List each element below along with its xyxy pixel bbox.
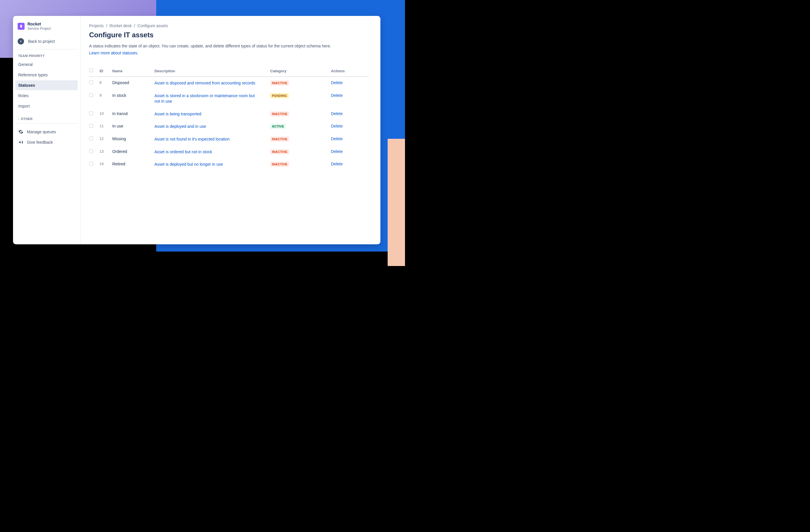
sidebar-item-general[interactable]: General: [15, 60, 78, 69]
status-table: ID Name Description Category Actions 8Di…: [89, 68, 369, 171]
cell-id: 9: [99, 93, 112, 97]
breadcrumb-link-rocket-desk[interactable]: Rocket desk: [109, 23, 132, 28]
row-checkbox[interactable]: [89, 93, 93, 97]
cell-description: Asset is being transported: [155, 111, 259, 117]
delete-link[interactable]: Delete: [331, 162, 342, 166]
breadcrumb-separator: /: [106, 23, 107, 28]
row-checkbox[interactable]: [89, 149, 93, 153]
chevron-right-icon: ›: [18, 117, 19, 120]
cell-name: Disposed: [112, 80, 155, 85]
table-row: 14RetiredAsset is deployed but no longer…: [89, 158, 369, 171]
column-header-actions: Actions: [331, 69, 348, 73]
project-title: Rocket: [28, 22, 51, 27]
cell-category: INACTIVE: [270, 80, 331, 86]
delete-link[interactable]: Delete: [331, 149, 342, 154]
cell-actions: Delete: [331, 162, 348, 166]
cell-actions: Delete: [331, 111, 348, 116]
rocket-icon: [18, 23, 25, 30]
cell-id: 8: [99, 80, 112, 85]
cell-description: Asset is deployed and in use: [155, 124, 259, 130]
cell-description: Asset is not found in it's expected loca…: [155, 136, 259, 142]
footer-item-label: Manage queues: [27, 130, 56, 134]
row-checkbox[interactable]: [89, 162, 93, 166]
status-badge: INACTIVE: [270, 162, 289, 167]
breadcrumb-link-projects[interactable]: Projects: [89, 23, 104, 28]
column-header-id: ID: [99, 69, 112, 73]
learn-more-link[interactable]: Learn more about statuses.: [89, 51, 138, 55]
status-badge: INACTIVE: [270, 136, 289, 142]
description-link[interactable]: Asset is not found in it's expected loca…: [155, 137, 230, 142]
sidebar-item-import[interactable]: Import: [15, 101, 78, 111]
row-checkbox[interactable]: [89, 111, 93, 115]
cell-category: INACTIVE: [270, 136, 331, 142]
cell-name: In use: [112, 124, 155, 128]
section-other-toggle[interactable]: › OTHER: [15, 114, 78, 122]
breadcrumb-separator: /: [134, 23, 135, 28]
description-link[interactable]: Asset is deployed and in use: [155, 124, 206, 129]
section-label-other: OTHER: [21, 117, 33, 120]
cell-actions: Delete: [331, 149, 348, 154]
divider: [15, 123, 78, 124]
breadcrumb: Projects / Rocket desk / Configure asset…: [89, 23, 369, 28]
cell-category: ACTIVE: [270, 124, 331, 129]
footer-item-label: Give feedback: [27, 140, 53, 145]
project-subtitle: Service Project: [28, 27, 51, 31]
cell-actions: Delete: [331, 80, 348, 85]
table-header: ID Name Description Category Actions: [89, 68, 369, 77]
cell-name: Missing: [112, 136, 155, 141]
cell-name: Ordered: [112, 149, 155, 154]
description-link[interactable]: Asset is stored in a stockroom or mainte…: [155, 94, 255, 104]
cell-category: INACTIVE: [270, 149, 331, 154]
gear-icon: [18, 129, 23, 134]
description-link[interactable]: Asset is deployed but no longer in use: [155, 162, 223, 167]
sidebar-item-statuses[interactable]: Statuses: [15, 80, 78, 90]
app-window: Rocket Service Project Back to project T…: [13, 16, 380, 244]
delete-link[interactable]: Delete: [331, 124, 342, 128]
table-row: 13OrderedAsset is ordered but not in sto…: [89, 146, 369, 159]
description-link[interactable]: Asset is being transported: [155, 112, 201, 116]
row-checkbox[interactable]: [89, 136, 93, 140]
row-checkbox[interactable]: [89, 124, 93, 128]
status-badge: INACTIVE: [270, 111, 289, 117]
status-badge: INACTIVE: [270, 149, 289, 154]
sidebar-item-reference-types[interactable]: Reference types: [15, 70, 78, 80]
back-label: Back to project: [28, 39, 55, 44]
cell-actions: Delete: [331, 136, 348, 141]
breadcrumb-link-configure-assets[interactable]: Configure assets: [137, 23, 168, 28]
table-row: 10In transitAsset is being transportedIN…: [89, 108, 369, 120]
description-link[interactable]: Asset is ordered but not in stock: [155, 149, 212, 154]
description-link[interactable]: Asset is disposed and removed from accou…: [155, 81, 256, 85]
cell-category: PENDING: [270, 93, 331, 98]
sidebar-item-manage-queues[interactable]: Manage queues: [15, 127, 78, 137]
column-header-description: Description: [155, 69, 270, 73]
table-row: 9In stockAsset is stored in a stockroom …: [89, 90, 369, 108]
delete-link[interactable]: Delete: [331, 80, 342, 85]
delete-link[interactable]: Delete: [331, 93, 342, 98]
arrow-left-icon: [18, 38, 24, 45]
back-to-project[interactable]: Back to project: [15, 35, 78, 47]
sidebar: Rocket Service Project Back to project T…: [13, 16, 80, 244]
table-row: 11In useAsset is deployed and in useACTI…: [89, 120, 369, 133]
status-badge: PENDING: [270, 93, 289, 98]
page-title: Configure IT assets: [89, 31, 369, 39]
cell-id: 13: [99, 149, 112, 153]
table-row: 12MissingAsset is not found in it's expe…: [89, 133, 369, 146]
table-row: 8DisposedAsset is disposed and removed f…: [89, 77, 369, 90]
megaphone-icon: [18, 140, 23, 145]
delete-link[interactable]: Delete: [331, 136, 342, 141]
delete-link[interactable]: Delete: [331, 111, 342, 116]
cell-name: Retired: [112, 162, 155, 166]
row-checkbox[interactable]: [89, 80, 93, 84]
cell-actions: Delete: [331, 93, 348, 98]
cell-category: INACTIVE: [270, 111, 331, 117]
page-description: A status indicates the state of an objec…: [89, 43, 369, 49]
sidebar-item-roles[interactable]: Roles: [15, 91, 78, 101]
project-header: Rocket Service Project: [15, 22, 78, 35]
status-badge: ACTIVE: [270, 124, 286, 129]
cell-category: INACTIVE: [270, 162, 331, 167]
cell-description: Asset is deployed but no longer in use: [155, 162, 259, 167]
cell-name: In transit: [112, 111, 155, 116]
sidebar-item-give-feedback[interactable]: Give feedback: [15, 137, 78, 148]
select-all-checkbox[interactable]: [89, 68, 93, 72]
cell-id: 11: [99, 124, 112, 128]
